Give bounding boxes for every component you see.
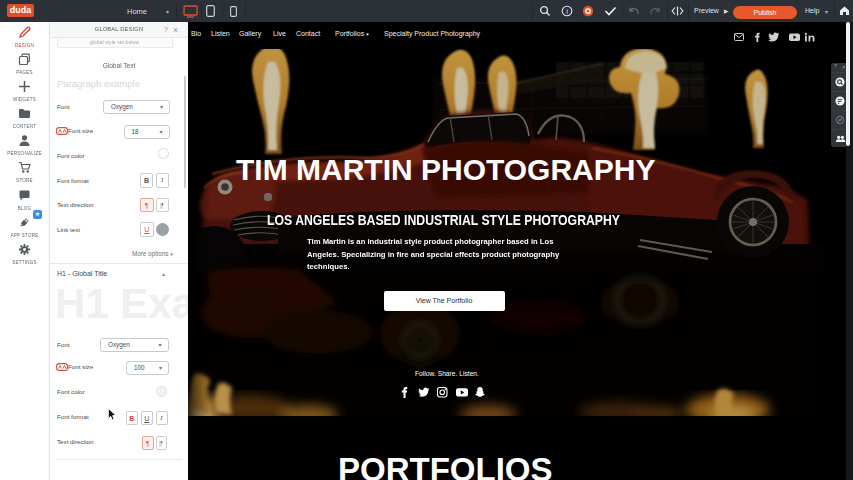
svg-text:i: i <box>566 7 568 16</box>
